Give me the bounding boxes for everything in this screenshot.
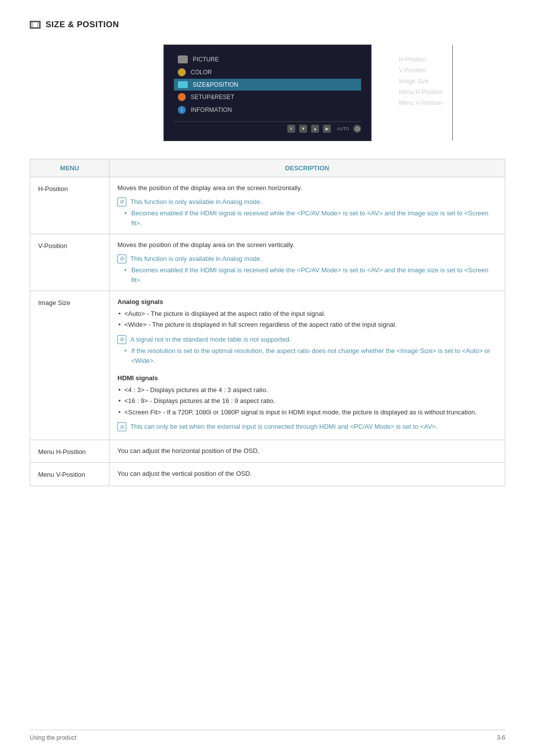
hpos-note1-line: This function is only available in Analo… [117,197,497,207]
analog-note-line: A signal not in the standard mode table … [117,335,497,345]
color-icon [178,68,186,76]
table-row-vposition: V-Position Moves the position of the dis… [30,234,505,291]
desc-cell-menuv: You can adjust the vertical position of … [109,463,505,486]
osd-item-color: COLOR [174,66,361,79]
desc-cell-hpos: Moves the position of the display area o… [109,177,505,234]
analog-bullet-1: <Auto> - The picture is displayed at the… [124,309,497,319]
svg-rect-0 [31,22,39,27]
analog-note: A signal not in the standard mode table … [130,335,291,345]
analog-bullet-2: <Wide> - The picture is displayed in ful… [124,320,497,330]
osd-item-info: i INFORMATION [174,103,361,116]
osd-bottom-bar: ✕ ▼ ▲ ▶ AUTO ⏻ [174,121,361,133]
osd-btn-power: ⏻ [353,125,361,133]
table-row-hposition: H-Position Moves the position of the dis… [30,177,505,234]
menu-cell-menuv: Menu V-Position [30,463,109,486]
analog-subnote: If the resolution is set to the optimal … [131,346,497,365]
hpos-note2: Becomes enabled if the HDMI signal is re… [131,208,497,228]
osd-auto-label: AUTO [337,126,349,131]
note-icon-4 [117,422,126,431]
osd-menu: PICTURE COLOR SIZE&POSITION SETUP&RESET … [163,45,372,141]
size-position-icon [30,21,41,29]
description-table: MENU DESCRIPTION H-Position Moves the po… [30,159,505,486]
osd-sub-hpos: H-Position [394,54,448,65]
vpos-intro: Moves the position of the display area o… [117,240,497,250]
hdmi-note-line: This can only be set when the external i… [117,422,497,432]
desc-cell-imgsize: Analog signals <Auto> - The picture is d… [109,291,505,440]
info-icon: i [178,106,186,114]
vpos-note1-line: This function is only available in Analo… [117,254,497,264]
osd-divider [452,45,453,141]
size-icon [178,81,188,88]
table-row-menuvpos: Menu V-Position You can adjust the verti… [30,463,505,486]
hdmi-note: This can only be set when the external i… [130,422,437,432]
osd-submenu: H-Position V-Position Image Size Menu H-… [394,50,448,112]
col-header-menu: MENU [30,159,109,177]
osd-item-size: SIZE&POSITION [174,79,361,91]
osd-screenshot: PICTURE COLOR SIZE&POSITION SETUP&RESET … [30,45,505,141]
osd-item-picture: PICTURE [174,53,361,66]
hpos-note1: This function is only available in Analo… [130,197,262,207]
footer-right: 3-6 [497,734,505,741]
osd-btn-down: ▼ [299,125,307,133]
desc-cell-vpos: Moves the position of the display area o… [109,234,505,291]
menu-cell-hpos: H-Position [30,177,109,234]
table-row-menuhpos: Menu H-Position You can adjust the horiz… [30,440,505,463]
page-footer: Using the product 3-6 [30,730,505,741]
footer-left: Using the product [30,734,76,741]
osd-btn-enter: ▶ [323,125,331,133]
note-icon-3 [117,335,126,344]
menu-cell-vpos: V-Position [30,234,109,291]
note-icon-1 [117,198,126,206]
osd-btn-x: ✕ [287,125,295,133]
vpos-note2: Becomes enabled if the HDMI signal is re… [131,265,497,285]
menu-cell-menuh: Menu H-Position [30,440,109,463]
desc-cell-menuh: You can adjust the horizontal position o… [109,440,505,463]
menu-cell-imgsize: Image Size [30,291,109,440]
hdmi-bullet-2: <16 : 9> - Displays pictures at the 16 :… [124,396,497,406]
vpos-note1: This function is only available in Analo… [130,254,262,264]
hdmi-title: HDMI signals [117,373,497,383]
note-icon-2 [117,254,126,263]
osd-item-setup: SETUP&RESET [174,91,361,103]
osd-sub-vpos: V-Position [394,65,448,76]
table-row-imagesize: Image Size Analog signals <Auto> - The p… [30,291,505,440]
picture-icon [178,55,188,63]
page-title-section: SIZE & POSITION [30,20,505,30]
setup-icon [178,93,186,101]
page-title: SIZE & POSITION [46,20,119,30]
col-header-desc: DESCRIPTION [109,159,505,177]
osd-sub-menuv: Menu V-Position [394,98,448,108]
osd-sub-menuh: Menu H-Position [394,87,448,98]
hdmi-bullet-3: <Screen Fit> - If a 720P, 1080i or 1080P… [124,407,497,417]
osd-btn-up: ▲ [311,125,319,133]
osd-sub-imgsize: Image Size [394,76,448,87]
hpos-intro: Moves the position of the display area o… [117,183,497,193]
hdmi-bullet-1: <4 : 3> - Displays pictures at the 4 : 3… [124,385,497,395]
analog-title: Analog signals [117,297,497,307]
